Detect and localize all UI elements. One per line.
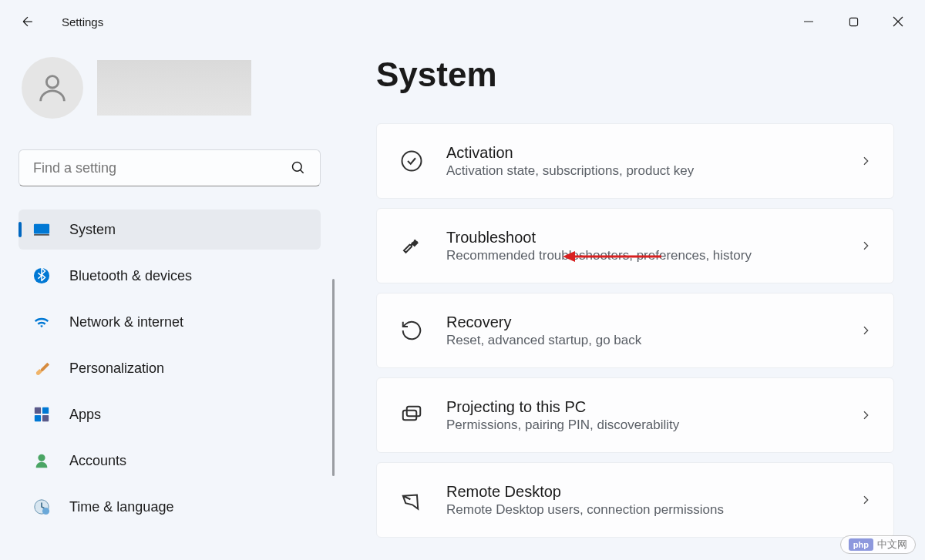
card-title: Recovery	[446, 314, 859, 331]
troubleshoot-icon	[399, 233, 425, 259]
card-remote-desktop[interactable]: Remote Desktop Remote Desktop users, con…	[376, 462, 894, 538]
card-title: Troubleshoot	[446, 229, 859, 246]
search-input[interactable]	[33, 160, 291, 176]
card-title: Projecting to this PC	[446, 398, 859, 416]
avatar	[22, 57, 83, 119]
sidebar-item-personalization[interactable]: Personalization	[18, 348, 321, 388]
recovery-icon	[399, 317, 425, 344]
back-button[interactable]	[15, 9, 40, 34]
svg-rect-9	[42, 407, 49, 414]
accounts-icon	[32, 451, 51, 470]
svg-point-14	[42, 508, 49, 515]
card-desc: Activation state, subscriptions, product…	[446, 163, 859, 179]
card-text: Recovery Reset, advanced startup, go bac…	[446, 314, 859, 348]
watermark-chip: php 中文网	[840, 535, 916, 554]
sidebar-item-label: Accounts	[69, 453, 126, 469]
card-desc: Reset, advanced startup, go back	[446, 333, 859, 348]
card-title: Activation	[446, 144, 859, 162]
chevron-right-icon	[859, 494, 872, 506]
sidebar-item-accounts[interactable]: Accounts	[18, 441, 321, 481]
search-box[interactable]	[18, 149, 321, 186]
sidebar-item-label: Bluetooth & devices	[69, 268, 192, 284]
time-icon	[32, 498, 51, 516]
svg-rect-17	[407, 407, 421, 417]
brush-icon	[32, 359, 51, 377]
apps-icon	[32, 405, 51, 424]
user-name-redacted	[97, 60, 251, 116]
remote-icon	[399, 487, 425, 513]
card-desc: Permissions, pairing PIN, discoverabilit…	[446, 417, 859, 433]
svg-point-12	[38, 454, 45, 461]
svg-point-3	[293, 163, 302, 172]
card-desc: Remote Desktop users, connection permiss…	[446, 502, 859, 518]
card-projecting[interactable]: Projecting to this PC Permissions, pairi…	[376, 377, 894, 453]
content: System Activation Activation state, subs…	[339, 43, 925, 560]
wifi-icon	[32, 313, 51, 331]
watermark-badge: php	[849, 538, 873, 551]
card-troubleshoot[interactable]: Troubleshoot Recommended troubleshooters…	[376, 208, 894, 283]
chevron-right-icon	[859, 409, 872, 421]
titlebar-left: Settings	[15, 9, 103, 34]
chevron-right-icon	[859, 240, 872, 252]
svg-rect-1	[849, 18, 857, 25]
sidebar-item-network[interactable]: Network & internet	[18, 302, 321, 342]
sidebar-item-bluetooth[interactable]: Bluetooth & devices	[18, 256, 321, 296]
scrollbar-thumb[interactable]	[332, 279, 335, 476]
window-title: Settings	[62, 15, 103, 29]
svg-rect-8	[35, 407, 41, 414]
sidebar-item-label: System	[69, 222, 116, 238]
svg-rect-10	[35, 415, 41, 421]
card-text: Remote Desktop Remote Desktop users, con…	[446, 483, 859, 518]
back-arrow-icon	[20, 14, 35, 29]
sidebar-item-time[interactable]: Time & language	[18, 487, 321, 527]
watermark: php 中文网	[840, 535, 916, 554]
card-text: Activation Activation state, subscriptio…	[446, 144, 859, 179]
window-controls	[788, 6, 919, 37]
card-text: Projecting to this PC Permissions, pairi…	[446, 398, 859, 433]
svg-rect-16	[403, 411, 417, 421]
chevron-right-icon	[859, 324, 872, 337]
search-icon	[291, 160, 306, 176]
person-icon	[35, 70, 70, 106]
svg-rect-5	[34, 224, 49, 234]
sidebar-item-label: Personalization	[69, 360, 164, 377]
card-title: Remote Desktop	[446, 483, 859, 501]
close-button[interactable]	[877, 6, 919, 37]
svg-rect-6	[34, 234, 49, 236]
svg-point-2	[46, 76, 58, 88]
watermark-text: 中文网	[877, 538, 907, 552]
minimize-button[interactable]	[788, 6, 829, 37]
close-icon	[893, 16, 903, 27]
activation-icon	[399, 148, 425, 174]
system-icon	[32, 220, 51, 239]
nav-list: System Bluetooth & devices Network & int…	[18, 210, 321, 527]
bluetooth-icon	[32, 267, 51, 285]
minimize-icon	[803, 16, 814, 27]
projecting-icon	[399, 402, 425, 428]
maximize-icon	[849, 17, 859, 27]
svg-rect-11	[42, 415, 49, 421]
sidebar-item-label: Network & internet	[69, 314, 183, 330]
titlebar: Settings	[0, 0, 925, 43]
page-title: System	[376, 55, 894, 94]
card-recovery[interactable]: Recovery Reset, advanced startup, go bac…	[376, 293, 894, 368]
svg-point-15	[402, 152, 422, 171]
card-activation[interactable]: Activation Activation state, subscriptio…	[376, 123, 894, 199]
chevron-right-icon	[859, 155, 872, 167]
sidebar-item-label: Time & language	[69, 499, 173, 515]
card-desc: Recommended troubleshooters, preferences…	[446, 248, 859, 263]
card-text: Troubleshoot Recommended troubleshooters…	[446, 229, 859, 263]
sidebar-item-label: Apps	[69, 407, 101, 423]
sidebar: System Bluetooth & devices Network & int…	[0, 43, 339, 560]
svg-line-4	[301, 170, 304, 173]
user-section[interactable]	[18, 57, 321, 119]
sidebar-item-system[interactable]: System	[18, 210, 321, 250]
sidebar-item-apps[interactable]: Apps	[18, 394, 321, 434]
maximize-button[interactable]	[832, 6, 874, 37]
